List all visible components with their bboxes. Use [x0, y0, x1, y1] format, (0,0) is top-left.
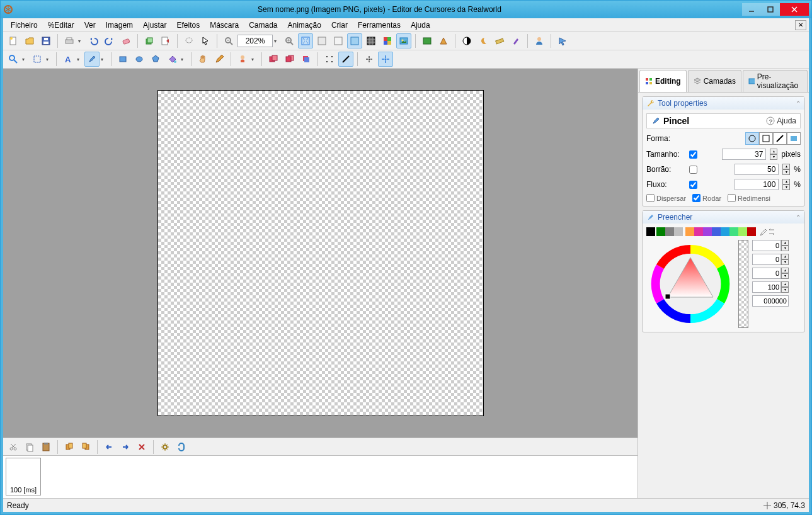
eyedropper-icon[interactable]	[758, 227, 767, 236]
swatch-gray[interactable]	[665, 227, 674, 236]
frame-loop-button[interactable]	[174, 439, 189, 455]
color-wheel[interactable]	[646, 240, 735, 328]
view-green-button[interactable]	[420, 33, 435, 48]
menu-criar[interactable]: Criar	[326, 20, 353, 31]
dropdown-arrow-icon[interactable]: ▾	[274, 38, 280, 44]
swatch-blue[interactable]	[712, 227, 721, 236]
fluxo-checkbox[interactable]	[689, 181, 697, 189]
dropdown-arrow-icon[interactable]: ▾	[77, 57, 83, 62]
zoom-in-button[interactable]	[282, 33, 297, 48]
swatch-green[interactable]	[656, 227, 665, 236]
color-b-input[interactable]	[752, 268, 781, 279]
collapse-icon[interactable]: ⌃	[796, 214, 801, 221]
shape-custom-button[interactable]	[787, 132, 801, 145]
alpha-slider[interactable]	[738, 240, 748, 328]
moon-button[interactable]	[476, 33, 491, 48]
color-g-input[interactable]	[752, 254, 781, 265]
menu-imagem[interactable]: Imagem	[101, 20, 138, 31]
user-button[interactable]	[532, 33, 547, 48]
view-triangle-button[interactable]	[436, 33, 451, 48]
swatch-orange[interactable]	[685, 227, 694, 236]
layer-merge-button[interactable]	[299, 52, 314, 67]
spinner-up[interactable]: ▴	[782, 179, 790, 184]
canvas-area[interactable]	[3, 69, 638, 438]
frame-delete-button[interactable]	[134, 439, 149, 455]
scanner-button[interactable]	[62, 33, 77, 48]
swatch-cyan[interactable]	[721, 227, 729, 236]
contrast-button[interactable]	[459, 33, 474, 48]
swap-colors-icon[interactable]	[767, 227, 776, 236]
shape-square-button[interactable]	[759, 132, 773, 145]
menu-ajuda[interactable]: Ajuda	[406, 20, 435, 31]
swatch-magenta[interactable]	[694, 227, 703, 236]
frame-copy-button[interactable]	[22, 439, 37, 455]
layer-bg-button[interactable]	[282, 52, 297, 67]
spinner-down[interactable]: ▾	[782, 184, 790, 190]
brush-fx-button[interactable]	[508, 33, 523, 48]
menu-ficheiro[interactable]: Ficheiro	[6, 20, 43, 31]
grid-off-button[interactable]	[314, 33, 329, 48]
swatch-silver[interactable]	[674, 227, 683, 236]
tamanho-checkbox[interactable]	[689, 150, 697, 159]
swatch-lime[interactable]	[738, 227, 747, 236]
brush-tool-button[interactable]	[84, 52, 100, 67]
cursor-test-button[interactable]	[555, 33, 570, 48]
spinner-down[interactable]: ▾	[770, 154, 777, 160]
redimensi-checkbox[interactable]: Redimensi	[728, 194, 770, 202]
shape-rect-button[interactable]	[115, 52, 130, 67]
grid-checker-button[interactable]	[347, 33, 362, 48]
grid-dense-button[interactable]	[363, 33, 379, 48]
layer-add-button[interactable]	[142, 33, 157, 48]
ruler-button[interactable]	[492, 33, 507, 48]
zoom-input[interactable]	[237, 35, 273, 47]
help-link[interactable]: ?Ajuda	[766, 116, 796, 125]
fit-screen-button[interactable]	[298, 33, 313, 48]
frame-cut-button[interactable]	[6, 439, 21, 455]
borrao-input[interactable]	[735, 164, 779, 175]
menu-ferramentas[interactable]: Ferramentas	[353, 20, 406, 31]
pointer-button[interactable]	[198, 33, 213, 48]
snap-large-button[interactable]	[378, 52, 393, 67]
menu-ajustar[interactable]: Ajustar	[138, 20, 171, 31]
spinner-up[interactable]: ▴	[782, 164, 790, 169]
layer-fg-button[interactable]	[266, 52, 281, 67]
menu-ver[interactable]: Ver	[79, 20, 101, 31]
tab-layers[interactable]: Camadas	[688, 70, 741, 92]
swatch-purple[interactable]	[703, 227, 712, 236]
frames-strip[interactable]: 100 [ms]	[3, 455, 638, 498]
zoom-tool-button[interactable]	[6, 52, 21, 67]
undo-button[interactable]	[86, 33, 101, 48]
swatch-mint[interactable]	[729, 227, 738, 236]
swatch-black[interactable]	[646, 227, 655, 236]
dropdown-arrow-icon[interactable]: ▾	[251, 57, 258, 62]
dropdown-arrow-icon[interactable]: ▾	[46, 57, 52, 62]
lasso-button[interactable]	[181, 33, 197, 48]
shape-polygon-button[interactable]	[148, 52, 163, 67]
menu-animacao[interactable]: Animação	[283, 20, 326, 31]
tab-editing[interactable]: Editing	[639, 70, 687, 92]
panel-header[interactable]: Preencher ⌃	[643, 211, 804, 224]
dots-mode-button[interactable]	[322, 52, 337, 67]
view-image-button[interactable]	[396, 33, 411, 48]
panel-header[interactable]: Tool properties ⌃	[643, 97, 804, 110]
smudge-tool-button[interactable]	[235, 52, 250, 67]
new-file-button[interactable]	[6, 33, 21, 48]
hand-tool-button[interactable]	[195, 52, 210, 67]
frame-insert-before-button[interactable]	[62, 439, 77, 455]
rodar-checkbox[interactable]: Rodar	[692, 194, 721, 202]
canvas[interactable]	[157, 90, 484, 416]
tamanho-input[interactable]	[722, 149, 766, 160]
color-r-input[interactable]	[752, 240, 781, 251]
shape-ellipse-button[interactable]	[132, 52, 147, 67]
snap-small-button[interactable]	[362, 52, 377, 67]
menu-editar[interactable]: %Editar	[43, 20, 79, 31]
spinner-up[interactable]: ▴	[770, 149, 777, 154]
frame-item[interactable]: 100 [ms]	[6, 458, 41, 495]
shape-diagonal-button[interactable]	[773, 132, 787, 145]
zoom-out-button[interactable]	[221, 33, 236, 48]
dropdown-arrow-icon[interactable]: ▾	[181, 57, 187, 62]
shape-circle-button[interactable]	[745, 132, 759, 145]
swatch-red[interactable]	[747, 227, 756, 236]
borrao-checkbox[interactable]	[689, 166, 697, 174]
dropdown-arrow-icon[interactable]: ▾	[78, 38, 84, 44]
